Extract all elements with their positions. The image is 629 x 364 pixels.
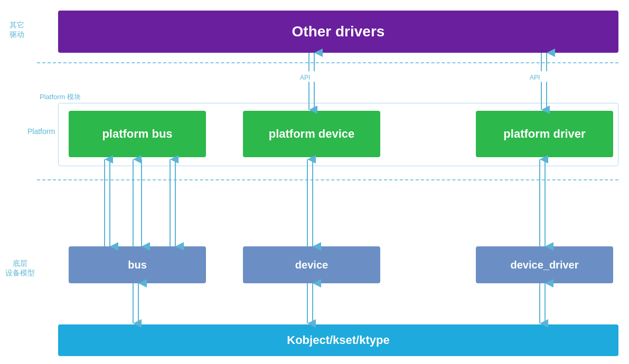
platform-device-label: platform device: [269, 127, 355, 141]
kobject-label: Kobject/kset/ktype: [287, 333, 389, 347]
device-box: device: [243, 246, 380, 283]
label-other-drivers: 其它 驱动: [10, 20, 24, 39]
label-bottom-layer: 底层 设备模型: [5, 258, 35, 277]
platform-device-box: platform device: [243, 111, 380, 157]
diagram-container: 其它 驱动 Other drivers Platform 模块 Platform…: [0, 0, 629, 364]
device-label: device: [295, 259, 328, 271]
platform-driver-label: platform driver: [503, 127, 585, 141]
api-label-1: API: [300, 74, 310, 81]
platform-bus-label: platform bus: [102, 127, 172, 141]
other-drivers-box: Other drivers: [58, 11, 618, 53]
platform-module-label: Platform 模块: [40, 92, 81, 102]
dashed-line-2: [37, 179, 618, 180]
api-label-2: API: [530, 74, 540, 81]
device-driver-label: device_driver: [511, 259, 579, 271]
other-drivers-label: Other drivers: [292, 23, 385, 40]
bus-label: bus: [128, 259, 147, 271]
platform-driver-box: platform driver: [476, 111, 613, 157]
dashed-line-1: [37, 62, 618, 63]
kobject-box: Kobject/kset/ktype: [58, 324, 618, 356]
arrows-svg: [0, 0, 629, 364]
bus-box: bus: [69, 246, 206, 283]
platform-bus-box: platform bus: [69, 111, 206, 157]
label-platform: Platform: [27, 127, 55, 136]
device-driver-box: device_driver: [476, 246, 613, 283]
